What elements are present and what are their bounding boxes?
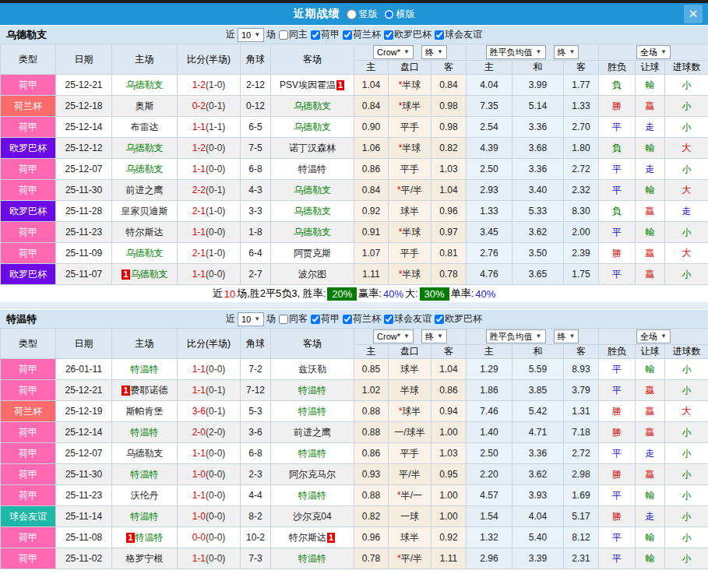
match-row: 荷甲25-11-30特温特1-0(0-0)2-3阿尔克马尔0.93平/半0.95… <box>1 464 708 485</box>
score-cell: 1-0(0-0) <box>178 506 241 527</box>
avg-away-cell: 8.93 <box>564 359 599 380</box>
match-count-select[interactable]: 10▼ <box>238 28 264 42</box>
sub-header-2: 客 <box>431 345 467 359</box>
match-type-cell: 荷兰杯 <box>1 401 56 422</box>
goals-result-cell: 小 <box>665 75 708 96</box>
away-team-name: 兹沃勒 <box>298 364 326 375</box>
match-row: 荷甲25-11-09乌德勒支2-1(1-0)6-4阿贾克斯1.07平手0.812… <box>1 243 708 264</box>
league-filter-3[interactable]: 球会友谊 <box>434 28 482 41</box>
match-row: 荷甲25-12-211费耶诺德1-1(0-1)7-12特温特1.02半球0.86… <box>1 380 708 401</box>
avg-final-select[interactable]: 终▼ <box>554 45 579 59</box>
same-venue-filter[interactable]: 同客 <box>278 312 308 326</box>
avg-home-cell: 4.76 <box>467 264 513 285</box>
score-cell: 1-1(1-1) <box>178 117 241 138</box>
odds-final-select[interactable]: 终▼ <box>421 329 447 343</box>
sub-header-3: 主 <box>467 61 513 75</box>
wdl-result-cell: 勝 <box>599 506 636 527</box>
layout-radio-horizontal[interactable]: 横版 <box>384 8 415 21</box>
home-odds-cell: 0.88 <box>354 422 389 443</box>
handicap-text: 球半 <box>402 100 421 111</box>
away-odds-cell: 1.00 <box>431 506 467 527</box>
home-team-cell: 乌德勒支 <box>112 159 178 180</box>
match-row: 荷甲25-11-23沃伦丹1-1(0-0)4-4特温特0.88*半/一1.004… <box>1 485 708 506</box>
fulltime-score: 2-2 <box>192 185 206 195</box>
avg-final-select-value: 终 <box>558 331 566 342</box>
header-group-row: 类型日期主场比分(半场)角球客场Crow*▼终▼胜平负均值▼终▼全场▼ <box>1 329 708 345</box>
same-venue-filter[interactable]: 同主 <box>278 28 308 41</box>
avg-final-select[interactable]: 终▼ <box>554 329 579 343</box>
home-odds-cell: 0.91 <box>354 222 389 243</box>
league-filter-3[interactable]: 欧罗巴杯 <box>434 312 482 326</box>
avg-type-select[interactable]: 胜平负均值▼ <box>486 329 546 343</box>
league-checkbox-1[interactable] <box>343 315 352 324</box>
match-row: 球会友谊25-11-14特温特1-0(0-0)8-2沙尔克040.82一球1.0… <box>1 506 708 527</box>
home-team-name: 乌德勒支 <box>126 448 164 459</box>
home-team-name: 特温特 <box>131 511 159 522</box>
col-header-2: 主场 <box>112 329 178 359</box>
same-venue-checkbox[interactable] <box>279 315 288 324</box>
layout-radio-vertical[interactable]: 竖版 <box>347 8 378 21</box>
handicap-result-cell: 輸 <box>636 548 665 569</box>
corners-cell: 3-3 <box>241 201 271 222</box>
wdl-result-cell: 勝 <box>599 464 636 485</box>
league-checkbox-2[interactable] <box>384 315 393 324</box>
scope-select[interactable]: 全场▼ <box>636 329 671 343</box>
goals-result-cell: 小 <box>665 443 708 464</box>
avg-home-cell: 1.29 <box>467 359 513 380</box>
scope-select[interactable]: 全场▼ <box>636 45 671 59</box>
horizontal-radio-input[interactable] <box>384 9 394 19</box>
same-venue-checkbox[interactable] <box>279 30 288 40</box>
odds-source-select[interactable]: Crow*▼ <box>373 329 414 343</box>
date-cell: 25-11-30 <box>56 464 112 485</box>
home-team-cell: 特温特 <box>112 359 178 380</box>
avg-type-select[interactable]: 胜平负均值▼ <box>486 45 546 59</box>
match-count-select[interactable]: 10▼ <box>238 312 264 326</box>
col-header-1: 日期 <box>56 44 112 75</box>
league-checkbox-3[interactable] <box>435 30 444 40</box>
handicap-text: 半球 <box>402 79 421 90</box>
odds-source-select[interactable]: Crow*▼ <box>373 45 414 59</box>
match-type-cell: 荷甲 <box>1 464 56 485</box>
league-filter-2[interactable]: 球会友谊 <box>383 312 431 326</box>
away-odds-cell: 1.00 <box>431 422 467 443</box>
league-filter-2[interactable]: 欧罗巴杯 <box>383 28 431 41</box>
league-filter-1[interactable]: 荷兰杯 <box>342 312 381 326</box>
odds-final-select[interactable]: 终▼ <box>421 45 447 59</box>
avg-final-select-value: 终 <box>558 47 566 58</box>
close-icon[interactable]: ✕ <box>684 5 703 23</box>
corners-cell: 6-8 <box>241 443 271 464</box>
league-filter-0[interactable]: 荷甲 <box>310 28 340 41</box>
league-checkbox-1[interactable] <box>343 30 352 40</box>
handicap-result-cell: 走 <box>636 443 665 464</box>
home-team-cell: 奥斯 <box>112 96 178 117</box>
scope-select-wrap: 全场▼ <box>599 45 708 59</box>
corners-cell: 1-8 <box>241 222 271 243</box>
league-checkbox-3[interactable] <box>435 315 444 324</box>
halftime-score: (0-0) <box>206 364 225 375</box>
league-checkbox-0[interactable] <box>311 30 320 40</box>
home-odds-cell: 0.82 <box>354 506 389 527</box>
goals-result-cell: 大 <box>665 243 708 264</box>
match-row: 荷兰杯25-12-19斯帕肯堡3-6(0-1)5-3特温特0.88*球半0.94… <box>1 401 708 422</box>
date-cell: 26-01-11 <box>56 359 112 380</box>
league-checkbox-2[interactable] <box>384 30 393 40</box>
league-checkbox-0[interactable] <box>311 315 320 324</box>
league-filter-1[interactable]: 荷兰杯 <box>342 28 381 41</box>
vertical-radio-input[interactable] <box>347 9 357 19</box>
avg-home-cell: 2.54 <box>467 117 513 138</box>
handicap-result-cell: 走 <box>636 159 665 180</box>
date-cell: 25-12-07 <box>56 159 112 180</box>
halftime-score: (0-0) <box>206 469 225 480</box>
odds-selects: Crow*▼终▼ <box>354 329 466 343</box>
matches-label: 场 <box>266 312 276 326</box>
home-team-name: 乌德勒支 <box>126 79 164 90</box>
date-cell: 25-12-14 <box>56 422 112 443</box>
date-cell: 25-11-09 <box>56 243 112 264</box>
avg-draw-cell: 3.85 <box>513 380 564 401</box>
sub-header-7: 让球 <box>636 61 665 75</box>
league-filter-0[interactable]: 荷甲 <box>310 312 340 326</box>
chevron-down-icon: ▼ <box>660 331 667 342</box>
scope-select-value: 全场 <box>640 331 657 342</box>
match-type-cell: 荷甲 <box>1 422 56 443</box>
home-team-name: 特温特 <box>136 532 164 543</box>
